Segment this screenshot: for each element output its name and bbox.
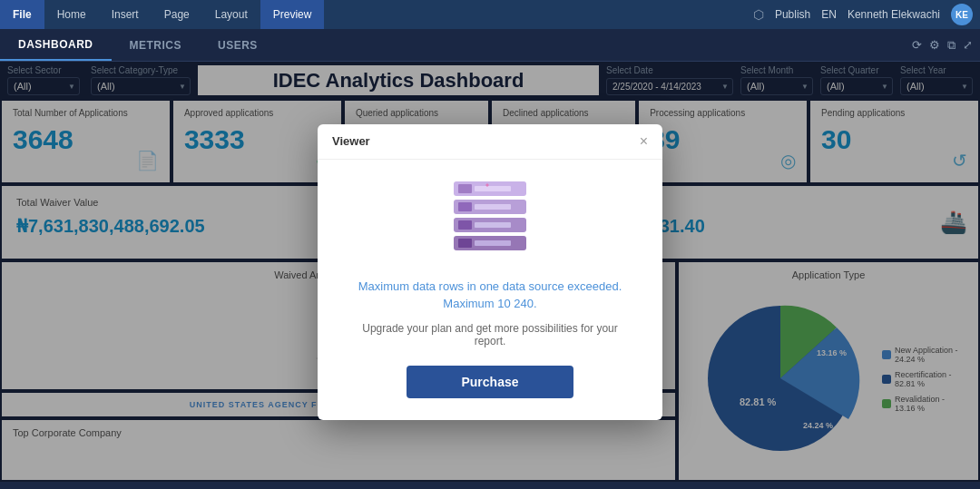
viewer-modal: Viewer ×: [318, 124, 662, 420]
modal-title: Viewer: [332, 134, 370, 148]
svg-rect-5: [458, 184, 472, 193]
refresh-icon[interactable]: ⟳: [912, 38, 922, 53]
modal-header: Viewer ×: [318, 124, 662, 160]
language-selector[interactable]: EN: [821, 8, 837, 21]
tab-dashboard[interactable]: DASHBOARD: [0, 29, 112, 61]
svg-rect-14: [458, 239, 472, 248]
svg-rect-12: [475, 222, 511, 228]
menu-right-area: ⬡ Publish EN Kenneth Elekwachi KE: [753, 4, 980, 25]
filter-icon[interactable]: ⧉: [947, 38, 956, 53]
modal-error-line1: Maximum data rows in one data source exc…: [347, 278, 633, 313]
menu-file[interactable]: File: [0, 0, 44, 29]
modal-close-button[interactable]: ×: [640, 133, 648, 150]
modal-sub-text: Upgrade your plan and get more possibili…: [347, 322, 633, 347]
menu-home[interactable]: Home: [44, 0, 99, 29]
modal-overlay: Viewer ×: [0, 62, 980, 482]
menu-bar: File Home Insert Page Layout Preview ⬡ P…: [0, 0, 980, 29]
menu-page[interactable]: Page: [152, 0, 202, 29]
purchase-button[interactable]: Purchase: [407, 366, 573, 398]
settings-icon[interactable]: ⚙: [929, 38, 940, 53]
svg-rect-6: [475, 186, 511, 191]
dashboard-area: Select Sector (All) Select Category-Type…: [0, 62, 980, 482]
menu-preview[interactable]: Preview: [260, 0, 325, 29]
share-icon: ⬡: [753, 7, 764, 22]
menu-layout[interactable]: Layout: [202, 0, 260, 29]
modal-body: Maximum data rows in one data source exc…: [318, 160, 662, 420]
svg-rect-8: [458, 202, 472, 211]
avatar[interactable]: KE: [951, 4, 973, 25]
user-name: Kenneth Elekwachi: [848, 8, 940, 21]
modal-image: [440, 181, 540, 263]
nav-icon-area: ⟳ ⚙ ⧉ ⤢: [912, 38, 980, 53]
menu-insert[interactable]: Insert: [99, 0, 152, 29]
svg-rect-9: [475, 204, 511, 210]
expand-icon[interactable]: ⤢: [963, 38, 973, 53]
tab-users[interactable]: USERS: [200, 29, 276, 61]
nav-bar: DASHBOARD METRICS USERS ⟳ ⚙ ⧉ ⤢: [0, 29, 980, 62]
svg-rect-11: [458, 220, 472, 230]
svg-rect-15: [475, 240, 511, 246]
publish-button[interactable]: Publish: [775, 8, 810, 21]
tab-metrics[interactable]: METRICS: [112, 29, 201, 61]
